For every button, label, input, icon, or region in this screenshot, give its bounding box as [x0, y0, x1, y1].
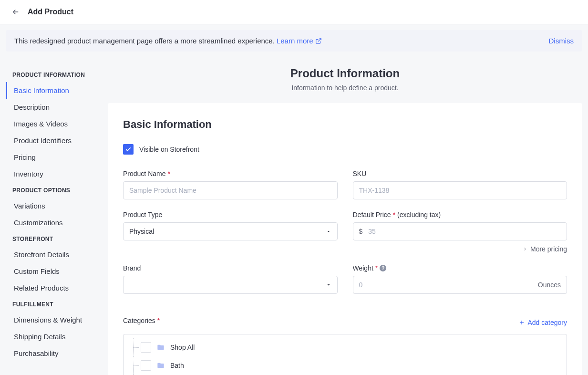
main-content: Product Information Information to help …	[108, 63, 582, 375]
sidebar-item-inventory[interactable]: Inventory	[6, 166, 96, 182]
external-link-icon	[315, 38, 322, 44]
product-name-input[interactable]	[123, 181, 338, 199]
sidebar-item-description[interactable]: Description	[6, 99, 96, 115]
back-arrow-icon[interactable]	[11, 8, 20, 16]
check-icon	[125, 146, 132, 153]
sidebar-group-label: PRODUCT INFORMATION	[6, 67, 96, 82]
card-title: Basic Information	[123, 118, 567, 131]
folder-icon	[157, 362, 165, 369]
product-type-label: Product Type	[123, 211, 338, 219]
brand-label: Brand	[123, 264, 338, 272]
section-title: Product Information	[108, 67, 582, 80]
product-name-label: Product Name*	[123, 170, 338, 177]
page-title: Add Product	[28, 8, 73, 16]
sidebar-group-label: FULFILLMENT	[6, 296, 96, 312]
section-subtitle: Information to help define a product.	[108, 84, 582, 92]
category-label: Shop All	[170, 344, 195, 351]
category-checkbox[interactable]	[141, 360, 151, 371]
dismiss-button[interactable]: Dismiss	[549, 37, 574, 45]
default-price-label: Default Price* (excluding tax)	[353, 211, 567, 219]
chevron-down-icon	[326, 282, 331, 288]
default-price-input-group: $	[353, 222, 567, 240]
sidebar-item-dimensions-weight[interactable]: Dimensions & Weight	[6, 312, 96, 328]
folder-icon	[157, 344, 165, 351]
currency-prefix: $	[353, 228, 369, 235]
category-tree-item: Shop All	[124, 338, 567, 356]
sidebar-item-purchasability[interactable]: Purchasability	[6, 345, 96, 362]
plus-icon	[518, 319, 525, 326]
chevron-right-icon	[523, 247, 527, 251]
visible-storefront-checkbox[interactable]	[123, 144, 134, 155]
learn-more-link[interactable]: Learn more	[277, 37, 322, 45]
sku-label: SKU	[353, 170, 567, 177]
sidebar-item-basic-information[interactable]: Basic Information	[6, 82, 96, 99]
category-checkbox[interactable]	[141, 342, 151, 353]
basic-info-card: Basic Information Visible on Storefront …	[108, 103, 582, 375]
weight-input[interactable]	[353, 276, 532, 293]
sidebar-item-pricing[interactable]: Pricing	[6, 149, 96, 166]
sidebar: PRODUCT INFORMATION Basic Information De…	[6, 63, 96, 375]
banner-text: This redesigned product management page …	[14, 37, 275, 45]
weight-unit: Ounces	[532, 281, 567, 289]
sidebar-item-shipping-details[interactable]: Shipping Details	[6, 328, 96, 345]
sidebar-item-custom-fields[interactable]: Custom Fields	[6, 263, 96, 280]
help-icon[interactable]: ?	[380, 265, 386, 271]
category-tree: Shop All Bath	[123, 334, 567, 375]
sidebar-group-label: PRODUCT OPTIONS	[6, 182, 96, 198]
more-pricing-toggle[interactable]: More pricing	[353, 245, 567, 253]
page-header: Add Product	[0, 0, 588, 24]
visible-storefront-label: Visible on Storefront	[139, 146, 199, 153]
product-type-select[interactable]: Physical	[123, 222, 338, 240]
chevron-down-icon	[326, 229, 331, 234]
sidebar-item-product-identifiers[interactable]: Product Identifiers	[6, 132, 96, 149]
weight-label: Weight* ?	[353, 264, 567, 272]
sidebar-item-storefront-details[interactable]: Storefront Details	[6, 246, 96, 263]
sidebar-item-variations[interactable]: Variations	[6, 198, 96, 214]
default-price-input[interactable]	[368, 223, 567, 240]
category-label: Bath	[170, 362, 184, 369]
add-category-button[interactable]: Add category	[518, 319, 567, 326]
sidebar-item-customizations[interactable]: Customizations	[6, 214, 96, 231]
sidebar-item-images-videos[interactable]: Images & Videos	[6, 115, 96, 132]
info-banner: This redesigned product management page …	[6, 30, 582, 52]
categories-label: Categories*	[123, 317, 160, 324]
sku-input[interactable]	[353, 181, 567, 199]
weight-input-group: Ounces	[353, 276, 567, 294]
sidebar-group-label: STOREFRONT	[6, 231, 96, 246]
category-tree-item: Bath	[124, 356, 567, 375]
sidebar-item-related-products[interactable]: Related Products	[6, 280, 96, 296]
brand-select[interactable]	[123, 276, 338, 294]
